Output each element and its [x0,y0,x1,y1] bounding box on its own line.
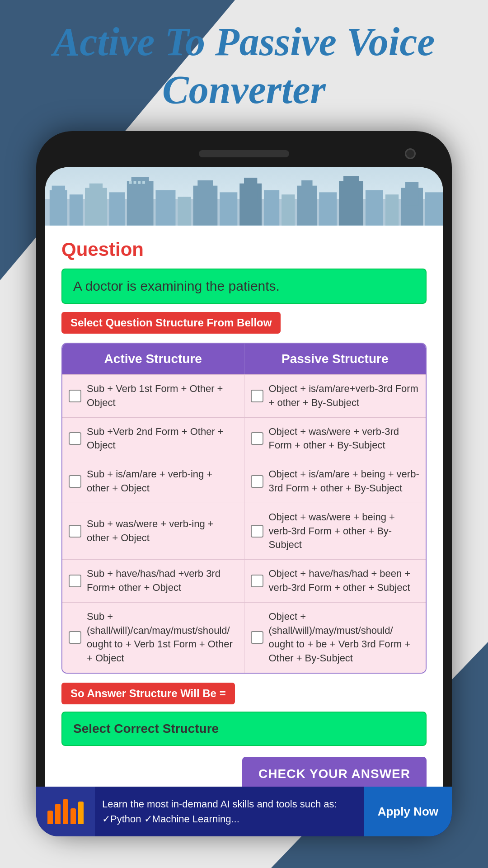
passive-text-4: Object + was/were + being + verb-3rd For… [269,510,420,552]
svg-rect-27 [425,192,443,225]
table-row: Sub + have/has/had +verb 3rd Form+ other… [62,559,426,602]
phone-speaker [199,150,289,157]
active-text-6: Sub + (shall/will)/can/may/must/should/ … [87,610,238,665]
table-row: Sub + Verb 1st Form + Other + Object Obj… [62,374,426,417]
passive-text-5: Object + have/has/had + been + verb-3rd … [269,567,420,595]
question-sentence: A doctor is examining the patients. [61,269,427,304]
structure-table: Active Structure Passive Structure Sub +… [61,343,427,674]
active-checkbox-4[interactable] [69,525,81,538]
active-cell-5: Sub + have/has/had +verb 3rd Form+ other… [62,560,244,602]
svg-rect-2 [52,186,65,208]
table-row: Sub + was/were + verb-ing + other + Obje… [62,503,426,559]
ad-bar-2 [55,804,61,819]
phone-outer: Question A doctor is examining the patie… [36,131,452,836]
passive-checkbox-5[interactable] [251,575,263,587]
ad-icon-bars [47,799,84,819]
svg-rect-16 [264,190,279,225]
svg-rect-23 [366,190,383,225]
check-answer-button[interactable]: CHECK YOUR ANSWER [242,757,427,791]
svg-rect-22 [343,176,359,199]
active-text-5: Sub + have/has/had +verb 3rd Form+ other… [87,567,238,595]
svg-rect-30 [138,181,141,184]
svg-rect-20 [319,192,337,225]
passive-cell-4: Object + was/were + being + verb-3rd For… [244,503,426,559]
svg-rect-24 [385,194,399,225]
svg-rect-17 [282,194,295,225]
ad-text-area: Learn the most in-demand AI skills and t… [95,797,364,818]
ad-bar-5 [78,802,84,819]
active-checkbox-3[interactable] [69,475,81,488]
passive-checkbox-4[interactable] [251,525,263,538]
ad-bar-1 [47,811,53,819]
ad-icon-area [45,787,95,818]
active-text-1: Sub + Verb 1st Form + Other + Object [87,382,238,410]
phone-camera [405,148,416,159]
passive-structure-header: Passive Structure [244,344,426,374]
svg-rect-3 [70,194,83,225]
svg-rect-12 [197,180,213,203]
passive-checkbox-2[interactable] [251,432,263,445]
active-checkbox-1[interactable] [69,390,81,402]
answer-badge: So Answer Structure Will Be = [61,683,235,704]
active-text-4: Sub + was/were + verb-ing + other + Obje… [87,517,238,545]
passive-cell-3: Object + is/am/are + being + verb-3rd Fo… [244,460,426,503]
passive-text-6: Object + (shall/will)/may/must/should/ o… [269,610,420,665]
active-checkbox-2[interactable] [69,432,81,445]
svg-rect-10 [178,197,191,226]
svg-rect-6 [109,192,125,225]
ad-banner: Learn the most in-demand AI skills and t… [45,787,443,818]
svg-rect-15 [244,178,257,202]
active-text-3: Sub + is/am/are + verb-ing + other + Obj… [87,467,238,495]
table-row: Sub +Verb 2nd Form + Other + Object Obje… [62,417,426,460]
active-cell-3: Sub + is/am/are + verb-ing + other + Obj… [62,460,244,503]
active-checkbox-5[interactable] [69,575,81,587]
svg-rect-26 [405,182,418,206]
passive-checkbox-6[interactable] [251,631,263,644]
ad-bar-3 [63,799,68,819]
svg-rect-28 [129,181,132,184]
active-checkbox-6[interactable] [69,631,81,644]
title-area: Active To Passive Voice Converter [0,18,488,113]
svg-rect-13 [220,192,237,225]
active-cell-4: Sub + was/were + verb-ing + other + Obje… [62,503,244,559]
active-text-2: Sub +Verb 2nd Form + Other + Object [87,425,238,453]
phone-screen: Question A doctor is examining the patie… [45,167,443,818]
table-body: Sub + Verb 1st Form + Other + Object Obj… [62,374,426,673]
apply-now-button[interactable]: Apply Now [364,787,443,818]
passive-cell-1: Object + is/am/are+verb-3rd Form + other… [244,375,426,417]
table-row: Sub + (shall/will)/can/may/must/should/ … [62,602,426,673]
question-label: Question [61,239,427,260]
passive-cell-2: Object + was/were + verb-3rd Form + othe… [244,418,426,460]
table-row: Sub + is/am/are + verb-ing + other + Obj… [62,460,426,503]
table-header: Active Structure Passive Structure [62,344,426,374]
content-area: Question A doctor is examining the patie… [45,226,443,808]
select-structure-badge: Select Question Structure From Bellow [61,312,281,334]
passive-text-2: Object + was/were + verb-3rd Form + othe… [269,425,420,453]
svg-rect-29 [134,181,136,184]
active-cell-6: Sub + (shall/will)/can/may/must/should/ … [62,603,244,673]
passive-checkbox-3[interactable] [251,475,263,488]
svg-rect-19 [301,180,312,203]
city-banner [45,167,443,226]
active-cell-1: Sub + Verb 1st Form + Other + Object [62,375,244,417]
svg-rect-9 [155,190,175,225]
passive-cell-5: Object + have/has/had + been + verb-3rd … [244,560,426,602]
ad-bar-4 [70,808,76,819]
passive-text-1: Object + is/am/are+verb-3rd Form + other… [269,382,420,410]
svg-rect-5 [89,184,103,210]
phone-notch [45,140,443,167]
svg-rect-31 [142,181,145,184]
svg-rect-8 [131,177,149,199]
select-correct-banner: Select Correct Structure [61,712,427,746]
ad-text-line2: ✓Python ✓Machine Learning... [102,811,357,818]
passive-cell-6: Object + (shall/will)/may/must/should/ o… [244,603,426,673]
main-title: Active To Passive Voice Converter [0,18,488,113]
phone-wrapper: Question A doctor is examining the patie… [36,131,452,868]
passive-text-3: Object + is/am/are + being + verb-3rd Fo… [269,467,420,495]
passive-checkbox-1[interactable] [251,390,263,402]
ad-text-line1: Learn the most in-demand AI skills and t… [102,797,357,811]
active-cell-2: Sub +Verb 2nd Form + Other + Object [62,418,244,460]
active-structure-header: Active Structure [62,344,244,374]
